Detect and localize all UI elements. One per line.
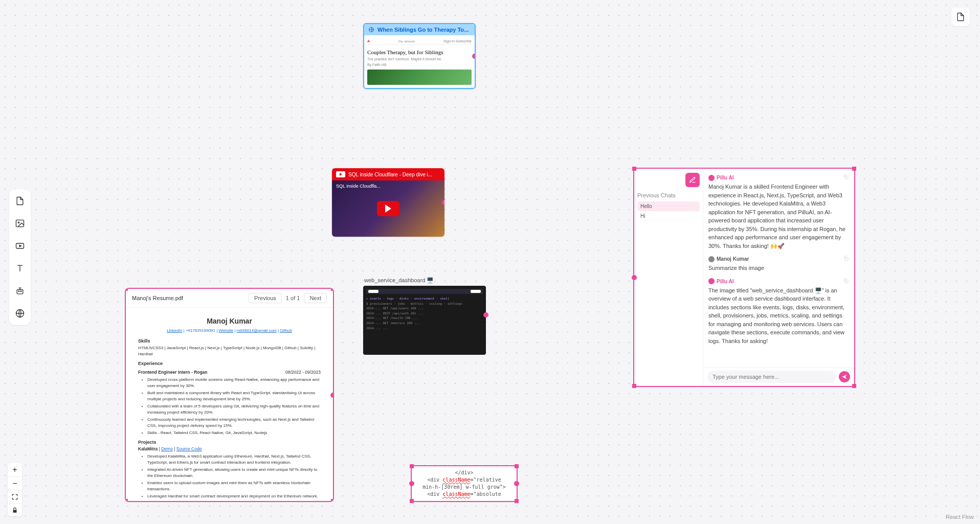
dashboard-preview: ▸ events · logs · disks · environment · …	[363, 286, 486, 355]
video-header: SQL inside Cloudflare - Deep dive i...	[332, 168, 444, 180]
svg-rect-7	[13, 510, 17, 512]
top-right-file-button[interactable]	[951, 8, 970, 26]
zoom-in-button[interactable]: +	[8, 463, 22, 476]
chat-main: Pillu AI Manoj Kumar is a skilled Fronte…	[703, 169, 854, 386]
left-toolbar	[9, 189, 31, 325]
zoom-out-button[interactable]: −	[8, 476, 22, 490]
ai-avatar	[708, 278, 715, 284]
svg-rect-11	[845, 280, 849, 283]
video-icon[interactable]	[13, 239, 27, 253]
pdf-toolbar: Manoj's Resume.pdf Previous 1 of 1 Next	[126, 289, 333, 308]
handle-right[interactable]	[472, 54, 476, 59]
resize-handle[interactable]	[632, 167, 636, 171]
youtube-icon	[336, 171, 345, 177]
lock-button[interactable]	[8, 503, 22, 516]
user-avatar	[708, 256, 715, 262]
article-preview: A The Atlantic Sign In Subscribe Couples…	[364, 35, 475, 88]
text-icon[interactable]	[13, 262, 27, 275]
article-header: When Siblings Go to Therapy To...	[364, 24, 475, 35]
page-indicator: 1 of 1	[286, 295, 300, 301]
handle-right[interactable]	[514, 481, 519, 486]
pdf-content: Manoj Kumar LinkedIn | +917829189091 | W…	[126, 308, 333, 501]
dashboard-title: web_service_dashboard 🖥️	[364, 277, 434, 284]
resize-handle[interactable]	[515, 464, 519, 468]
resize-handle[interactable]	[852, 167, 856, 171]
video-thumbnail[interactable]: SQL inside Cloudfla...	[332, 180, 444, 237]
pdf-filename: Manoj's Resume.pdf	[132, 295, 244, 301]
article-title: When Siblings Go to Therapy To...	[377, 27, 469, 33]
copy-icon[interactable]	[843, 255, 849, 261]
handle-left[interactable]	[632, 275, 637, 280]
svg-rect-3	[17, 290, 23, 294]
globe-icon	[368, 27, 374, 33]
attribution-label: React Flow	[946, 514, 974, 520]
dashboard-node[interactable]: web_service_dashboard 🖥️ ▸ events · logs…	[363, 275, 486, 355]
svg-point-4	[18, 291, 19, 292]
svg-rect-9	[845, 176, 849, 179]
fit-view-button[interactable]	[8, 490, 22, 503]
article-hero-image	[367, 70, 472, 85]
next-button[interactable]: Next	[304, 293, 327, 303]
ai-avatar	[708, 175, 715, 181]
svg-point-1	[18, 222, 19, 223]
handle-right[interactable]	[483, 312, 488, 317]
bot-icon[interactable]	[13, 284, 27, 298]
resume-node[interactable]: Manoj's Resume.pdf Previous 1 of 1 Next …	[126, 289, 333, 501]
chat-item[interactable]: Hi	[637, 211, 700, 221]
globe-icon[interactable]	[13, 307, 27, 320]
video-title: SQL inside Cloudflare - Deep dive i...	[348, 172, 432, 177]
zoom-controls: + −	[8, 463, 22, 516]
copy-icon[interactable]	[843, 278, 849, 284]
svg-rect-0	[16, 220, 24, 226]
previous-chats-label: Previous Chats	[637, 192, 700, 198]
copy-icon[interactable]	[843, 174, 849, 180]
resize-handle[interactable]	[515, 499, 519, 503]
new-chat-button[interactable]	[685, 173, 700, 187]
chat-item[interactable]: Hello	[637, 201, 700, 211]
send-button[interactable]	[839, 371, 850, 382]
video-node[interactable]: SQL inside Cloudflare - Deep dive i... S…	[332, 168, 444, 237]
resize-handle[interactable]	[632, 384, 636, 388]
svg-point-5	[20, 291, 21, 292]
chat-node[interactable]: Previous Chats Hello Hi Pillu AI Manoj K…	[634, 169, 854, 386]
resize-handle[interactable]	[410, 499, 414, 503]
prev-button[interactable]: Previous	[249, 293, 282, 303]
file-icon[interactable]	[13, 194, 27, 208]
resize-handle[interactable]	[410, 464, 414, 468]
play-icon[interactable]	[377, 201, 399, 216]
image-icon[interactable]	[13, 217, 27, 230]
handle-left[interactable]	[409, 481, 414, 486]
article-node[interactable]: When Siblings Go to Therapy To... A The …	[363, 23, 476, 89]
code-node[interactable]: </div> <div className="relative min-h-[3…	[412, 466, 517, 501]
svg-rect-10	[845, 258, 849, 261]
resize-handle[interactable]	[852, 384, 856, 388]
chat-input-row	[703, 367, 854, 386]
chat-sidebar: Previous Chats Hello Hi	[634, 169, 703, 386]
message-input[interactable]	[707, 371, 836, 383]
handle-right[interactable]	[442, 200, 444, 205]
handle-right[interactable]	[330, 393, 333, 398]
